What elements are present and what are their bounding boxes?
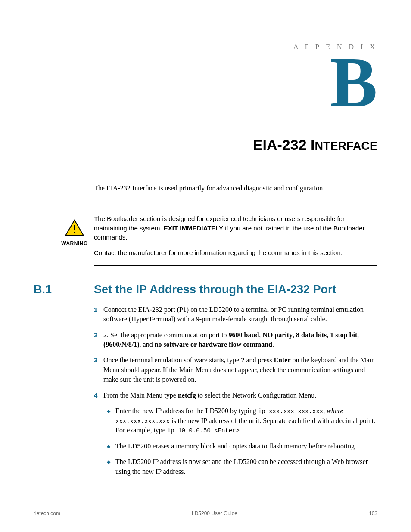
section-number: B.1 xyxy=(34,283,94,296)
appendix-letter: B xyxy=(330,51,377,115)
step-number: 2 xyxy=(94,330,103,350)
footer-right: 103 xyxy=(369,510,377,516)
warning-icon xyxy=(65,219,84,236)
step-body: Connect the EIA-232 port (P1) on the LD5… xyxy=(103,305,377,324)
step-body: Once the terminal emulation software sta… xyxy=(103,355,377,384)
step-number: 4 xyxy=(94,391,103,400)
list-item: ◆ The LD5200 IP address is now set and t… xyxy=(103,457,377,476)
step-body: From the Main Menu type netcfg to select… xyxy=(103,391,377,400)
diamond-bullet-icon: ◆ xyxy=(103,442,115,451)
diamond-bullet-icon: ◆ xyxy=(103,406,115,436)
step-body: 2. Set the appropriate communication por… xyxy=(103,330,377,350)
list-body: Enter the new IP address for the LD5200 … xyxy=(115,406,377,436)
list-item: ◆ The LD5200 erases a memory block and c… xyxy=(103,442,377,451)
list-body: The LD5200 erases a memory block and cop… xyxy=(115,442,377,451)
sub-bullets: ◆ Enter the new IP address for the LD520… xyxy=(103,406,377,476)
section-title: Set the IP Address through the EIA-232 P… xyxy=(94,283,336,296)
intro-paragraph: The EIA-232 Interface is used primarily … xyxy=(94,184,377,193)
chapter-title: EIA-232 INTERFACE xyxy=(34,137,377,153)
list-body: The LD5200 IP address is now set and the… xyxy=(115,457,377,476)
step-number: 1 xyxy=(94,305,103,324)
section-heading: B.1 Set the IP Address through the EIA-2… xyxy=(34,283,377,296)
warning-bold: EXIT IMMEDIATELY xyxy=(164,224,223,232)
footer-left: rletech.com xyxy=(34,510,60,516)
appendix-label: A P P E N D I X xyxy=(34,43,377,51)
footer-center: LD5200 User Guide xyxy=(192,510,237,516)
warning-label: WARNING xyxy=(59,240,90,247)
appendix-header: A P P E N D I X B xyxy=(34,43,377,115)
svg-rect-1 xyxy=(74,225,75,230)
warning-text-1: The Bootloader section is designed for e… xyxy=(94,214,377,242)
diamond-bullet-icon: ◆ xyxy=(103,457,115,476)
page-footer: rletech.com LD5200 User Guide 103 xyxy=(34,510,377,516)
warning-box: WARNING The Bootloader section is design… xyxy=(94,206,377,266)
ordered-steps: 1 Connect the EIA-232 port (P1) on the L… xyxy=(94,305,377,400)
warning-text-2: Contact the manufacturer for more inform… xyxy=(94,248,377,258)
step-item: 4 From the Main Menu type netcfg to sele… xyxy=(94,391,377,400)
step-number: 3 xyxy=(94,355,103,384)
chapter-title-main: EIA-232 I xyxy=(253,137,315,153)
step-item: 2 2. Set the appropriate communication p… xyxy=(94,330,377,350)
warning-icon-wrap: WARNING xyxy=(59,219,90,247)
svg-rect-2 xyxy=(74,232,75,233)
step-item: 3 Once the terminal emulation software s… xyxy=(94,355,377,384)
step-item: 1 Connect the EIA-232 port (P1) on the L… xyxy=(94,305,377,324)
list-item: ◆ Enter the new IP address for the LD520… xyxy=(103,406,377,436)
chapter-title-smallcaps: NTERFACE xyxy=(314,140,377,152)
